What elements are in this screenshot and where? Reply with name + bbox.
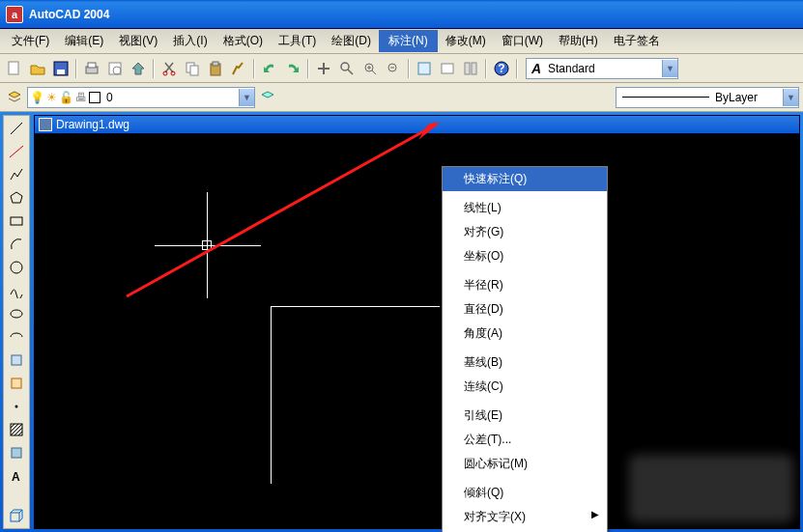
menu-help[interactable]: 帮助(H): [551, 30, 606, 52]
svg-rect-31: [11, 513, 19, 521]
open-button[interactable]: [27, 58, 48, 79]
line-tool[interactable]: [6, 118, 27, 139]
tool-palettes-button[interactable]: [460, 58, 481, 79]
layer-prev-button[interactable]: [257, 87, 278, 108]
svg-rect-16: [418, 63, 430, 74]
publish-button[interactable]: [128, 58, 149, 79]
layer-combo[interactable]: 💡 ☀ 🔓 🖶 0 ▼: [27, 87, 255, 108]
linetype-combo[interactable]: ByLayer ▼: [616, 87, 799, 108]
undo-button[interactable]: [259, 58, 280, 79]
plot-icon: 🖶: [75, 91, 87, 104]
menu-esign[interactable]: 电子签名: [606, 30, 668, 52]
print-button[interactable]: [81, 58, 102, 79]
help-button[interactable]: ?: [491, 58, 512, 79]
menu-format[interactable]: 格式(O): [215, 30, 271, 52]
zoom-window-button[interactable]: [359, 58, 381, 79]
menu-angular[interactable]: 角度(A): [443, 322, 607, 346]
hatch-tool[interactable]: [6, 419, 27, 440]
dc-button[interactable]: [437, 58, 458, 79]
menu-diameter[interactable]: 直径(D): [443, 297, 607, 322]
text-style-combo[interactable]: A ▼: [526, 58, 678, 79]
app-icon: a: [6, 6, 23, 23]
dropdown-arrow-icon[interactable]: ▼: [239, 89, 254, 106]
menu-continue[interactable]: 连续(C): [443, 375, 607, 399]
props-button[interactable]: [414, 58, 435, 79]
toolbar-separator: [253, 59, 255, 78]
document-titlebar[interactable]: Drawing1.dwg: [34, 115, 800, 134]
svg-rect-26: [12, 378, 21, 388]
menu-center-mark[interactable]: 圆心标记(M): [443, 452, 607, 476]
toolbar-separator: [75, 59, 77, 78]
make-block-tool[interactable]: [6, 373, 27, 394]
document-icon: [39, 118, 52, 131]
menu-radius[interactable]: 半径(R): [443, 273, 607, 297]
zoom-prev-button[interactable]: [383, 58, 404, 79]
svg-rect-12: [213, 62, 218, 66]
workspace: A Drawing1.dwg 快速标注(Q) 线性(L) 对齐(G) 坐标(O): [0, 112, 803, 532]
menu-ordinate[interactable]: 坐标(O): [443, 244, 607, 268]
ellipse-tool[interactable]: [6, 303, 27, 324]
point-tool[interactable]: [6, 396, 27, 417]
menu-aligned[interactable]: 对齐(G): [443, 220, 607, 244]
svg-point-27: [15, 406, 18, 408]
menu-oblique[interactable]: 倾斜(Q): [443, 481, 607, 505]
blurred-region: [629, 455, 793, 522]
box-tool[interactable]: [6, 505, 27, 526]
menu-baseline[interactable]: 基线(B): [443, 350, 607, 375]
match-button[interactable]: [228, 58, 249, 79]
paste-button[interactable]: [205, 58, 226, 79]
menu-dimension[interactable]: 标注(N): [379, 30, 438, 52]
document-area: Drawing1.dwg: [34, 115, 800, 529]
arc-tool[interactable]: [6, 234, 27, 255]
menu-linear[interactable]: 线性(L): [443, 196, 607, 220]
menu-edit[interactable]: 编辑(E): [57, 30, 111, 52]
layer-manager-button[interactable]: [4, 87, 25, 108]
redo-button[interactable]: [282, 58, 303, 79]
cut-button[interactable]: [158, 58, 180, 79]
new-button[interactable]: [4, 58, 25, 79]
region-tool[interactable]: [6, 442, 27, 463]
sun-icon: ☀: [46, 91, 57, 104]
svg-rect-4: [88, 63, 96, 68]
menu-tolerance[interactable]: 公差(T)...: [443, 428, 607, 452]
construction-line-tool[interactable]: [6, 141, 27, 162]
menu-draw[interactable]: 绘图(D): [324, 30, 379, 52]
save-button[interactable]: [50, 58, 72, 79]
spline-tool[interactable]: [6, 280, 27, 301]
dropdown-arrow-icon[interactable]: ▼: [662, 60, 677, 77]
menu-separator: [445, 401, 605, 402]
app-title: AutoCAD 2004: [29, 8, 109, 21]
linetype-preview-icon: [622, 97, 709, 98]
menu-modify[interactable]: 修改(M): [438, 30, 494, 52]
svg-rect-22: [11, 217, 22, 225]
layers-toolbar: 💡 ☀ 🔓 🖶 0 ▼ ByLayer ▼: [0, 83, 803, 112]
lightbulb-icon: 💡: [30, 91, 44, 104]
text-tool[interactable]: A: [6, 465, 27, 487]
menu-separator: [445, 270, 605, 271]
preview-button[interactable]: [104, 58, 126, 79]
menu-view[interactable]: 视图(V): [111, 30, 165, 52]
menu-file[interactable]: 文件(F): [4, 30, 57, 52]
toolbar-separator: [153, 59, 155, 78]
menu-insert[interactable]: 插入(I): [165, 30, 215, 52]
polygon-tool[interactable]: [6, 187, 27, 209]
annotation-arrow-icon: [107, 123, 445, 316]
text-style-input[interactable]: [546, 60, 662, 77]
copy-button[interactable]: [182, 58, 203, 79]
zoom-rt-button[interactable]: [336, 58, 358, 79]
menu-quick-dimension[interactable]: 快速标注(Q): [443, 167, 607, 191]
toolbar-separator: [485, 59, 487, 78]
ellipse-arc-tool[interactable]: [6, 326, 27, 348]
menu-align-text[interactable]: 对齐文字(X)▶: [443, 505, 607, 529]
circle-tool[interactable]: [6, 257, 27, 278]
menu-tools[interactable]: 工具(T): [271, 30, 324, 52]
menu-leader[interactable]: 引线(E): [443, 404, 607, 428]
menu-window[interactable]: 窗口(W): [494, 30, 551, 52]
pan-button[interactable]: [313, 58, 334, 79]
rectangle-tool[interactable]: [6, 210, 27, 232]
polyline-tool[interactable]: [6, 164, 27, 185]
drawing-canvas[interactable]: [34, 134, 800, 529]
dropdown-arrow-icon[interactable]: ▼: [783, 89, 798, 106]
insert-block-tool[interactable]: [6, 350, 27, 371]
svg-rect-2: [57, 70, 65, 74]
